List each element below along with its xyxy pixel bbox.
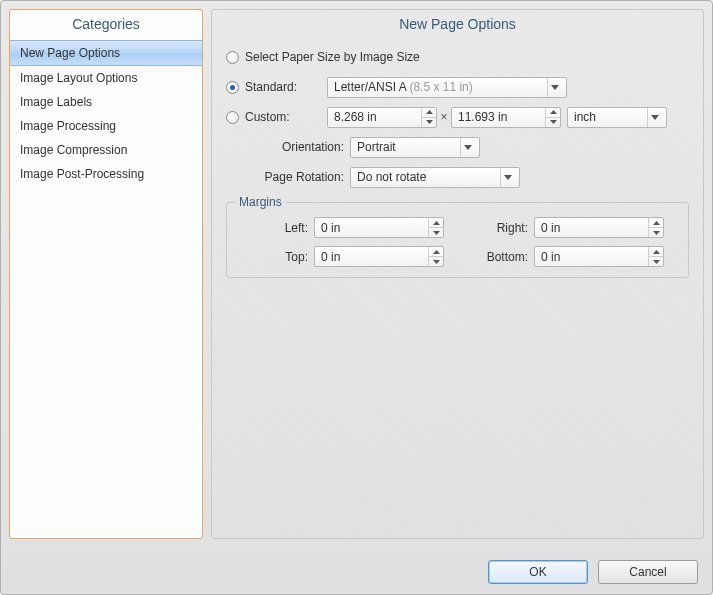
margin-left-value: 0 in (321, 221, 428, 235)
svg-marker-14 (653, 250, 660, 254)
margins-grid: Left: 0 in Right: 0 in (239, 217, 676, 267)
spinner-buttons[interactable] (421, 108, 436, 127)
chevron-down-icon (647, 108, 662, 127)
orientation-select[interactable]: Portrait (350, 137, 480, 158)
custom-width-spinner[interactable]: 8.268 in (327, 107, 437, 128)
spinner-buttons[interactable] (648, 218, 663, 237)
radio-row-standard: Standard: Letter/ANSI A (8.5 x 11 in) (226, 76, 689, 98)
custom-width-value: 8.268 in (334, 110, 421, 124)
radio-custom-label: Custom: (245, 110, 327, 124)
radio-row-by-image[interactable]: Select Paper Size by Image Size (226, 46, 689, 68)
spin-up-icon[interactable] (649, 218, 663, 228)
spin-down-icon[interactable] (422, 118, 436, 127)
spinner-buttons[interactable] (545, 108, 560, 127)
times-separator: × (437, 110, 451, 124)
standard-paper-select[interactable]: Letter/ANSI A (8.5 x 11 in) (327, 77, 567, 98)
svg-marker-11 (653, 231, 660, 235)
chevron-down-icon (500, 168, 515, 187)
svg-marker-13 (433, 260, 440, 264)
svg-marker-8 (433, 221, 440, 225)
standard-paper-value: Letter/ANSI A (8.5 x 11 in) (334, 80, 543, 94)
radio-row-custom: Custom: 8.268 in × 11.693 in (226, 106, 689, 128)
spin-down-icon[interactable] (429, 228, 443, 237)
chevron-down-icon (547, 78, 562, 97)
margin-top-value: 0 in (321, 250, 428, 264)
spin-down-icon[interactable] (649, 257, 663, 266)
svg-marker-10 (653, 221, 660, 225)
unit-value: inch (574, 110, 643, 124)
orientation-label: Orientation: (226, 140, 350, 154)
svg-marker-7 (504, 175, 512, 180)
svg-marker-9 (433, 231, 440, 235)
sidebar-item-2[interactable]: Image Labels (10, 90, 202, 114)
margin-right-value: 0 in (541, 221, 648, 235)
sidebar-item-5[interactable]: Image Post-Processing (10, 162, 202, 186)
margins-legend: Margins (235, 195, 286, 209)
sidebar-item-0[interactable]: New Page Options (10, 40, 202, 66)
unit-select[interactable]: inch (567, 107, 667, 128)
svg-marker-5 (651, 115, 659, 120)
ok-button[interactable]: OK (488, 560, 588, 584)
spin-up-icon[interactable] (546, 108, 560, 118)
orientation-row: Orientation: Portrait (226, 136, 689, 158)
top-panels: Categories New Page OptionsImage Layout … (9, 9, 704, 539)
custom-height-spinner[interactable]: 11.693 in (451, 107, 561, 128)
radio-standard[interactable] (226, 81, 239, 94)
categories-header: Categories (10, 10, 202, 40)
svg-marker-6 (464, 145, 472, 150)
main-panel: New Page Options Select Paper Size by Im… (211, 9, 704, 539)
spin-up-icon[interactable] (429, 218, 443, 228)
svg-marker-4 (550, 120, 557, 124)
categories-sidebar: Categories New Page OptionsImage Layout … (9, 9, 203, 539)
svg-marker-15 (653, 260, 660, 264)
spin-down-icon[interactable] (429, 257, 443, 266)
radio-by-image-size[interactable] (226, 51, 239, 64)
svg-marker-1 (426, 110, 433, 114)
rotation-select[interactable]: Do not rotate (350, 167, 520, 188)
rotation-row: Page Rotation: Do not rotate (226, 166, 689, 188)
margin-left-spinner[interactable]: 0 in (314, 217, 444, 238)
margin-top-label: Top: (239, 250, 314, 264)
spinner-buttons[interactable] (648, 247, 663, 266)
margin-bottom-value: 0 in (541, 250, 648, 264)
radio-standard-label: Standard: (245, 80, 327, 94)
main-header: New Page Options (226, 10, 689, 46)
rotation-value: Do not rotate (357, 170, 496, 184)
sidebar-item-1[interactable]: Image Layout Options (10, 66, 202, 90)
custom-height-value: 11.693 in (458, 110, 545, 124)
svg-marker-3 (550, 110, 557, 114)
chevron-down-icon (460, 138, 475, 157)
margin-right-label: Right: (444, 221, 534, 235)
radio-by-image-size-label: Select Paper Size by Image Size (245, 50, 420, 64)
margin-bottom-spinner[interactable]: 0 in (534, 246, 664, 267)
orientation-value: Portrait (357, 140, 456, 154)
svg-marker-12 (433, 250, 440, 254)
spinner-buttons[interactable] (428, 247, 443, 266)
spin-down-icon[interactable] (649, 228, 663, 237)
margin-bottom-label: Bottom: (444, 250, 534, 264)
spin-up-icon[interactable] (422, 108, 436, 118)
spin-down-icon[interactable] (546, 118, 560, 127)
svg-marker-2 (426, 120, 433, 124)
svg-marker-0 (551, 85, 559, 90)
radio-custom[interactable] (226, 111, 239, 124)
rotation-label: Page Rotation: (226, 170, 350, 184)
cancel-button[interactable]: Cancel (598, 560, 698, 584)
margin-top-spinner[interactable]: 0 in (314, 246, 444, 267)
button-bar: OK Cancel (488, 560, 698, 584)
margin-left-label: Left: (239, 221, 314, 235)
spinner-buttons[interactable] (428, 218, 443, 237)
margins-fieldset: Margins Left: 0 in Right: 0 in (226, 202, 689, 278)
dialog: Categories New Page OptionsImage Layout … (0, 0, 713, 595)
spin-up-icon[interactable] (429, 247, 443, 257)
spin-up-icon[interactable] (649, 247, 663, 257)
sidebar-item-3[interactable]: Image Processing (10, 114, 202, 138)
sidebar-item-4[interactable]: Image Compression (10, 138, 202, 162)
margin-right-spinner[interactable]: 0 in (534, 217, 664, 238)
